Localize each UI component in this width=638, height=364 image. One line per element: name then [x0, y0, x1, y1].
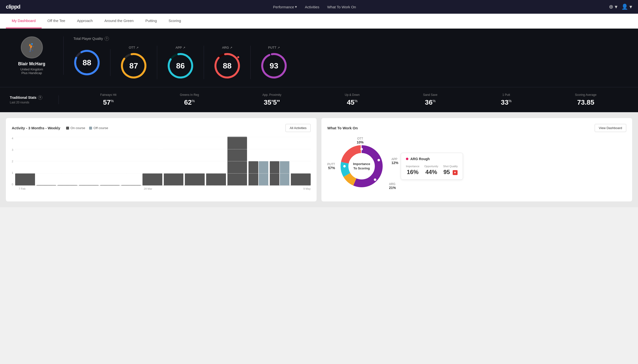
svg-point-14: [273, 53, 275, 55]
x-label-mar: 28 Mar: [144, 187, 164, 190]
ring-putt: 93: [261, 52, 287, 79]
opportunity-value: 44%: [424, 169, 438, 176]
score-putt: PUTT ↗ 93: [251, 46, 297, 79]
tab-my-dashboard[interactable]: My Dashboard: [6, 14, 42, 28]
legend-off-course: Off course: [89, 126, 108, 130]
stat-up-and-down: Up & Down 45%: [345, 93, 360, 106]
arg-donut-label: ARG 21%: [389, 182, 396, 190]
arg-score-value: 88: [223, 61, 232, 70]
stat-sand-save: Sand Save 36%: [423, 93, 438, 106]
legend-on-course: On course: [66, 126, 85, 130]
trad-stats-sublabel: Last 20 rounds: [10, 101, 49, 104]
bar-group-3: [58, 185, 77, 186]
bottom-panels: Activity - 3 Months - Weekly On course O…: [0, 112, 638, 207]
putt-score-value: 93: [270, 61, 278, 70]
svg-point-22: [377, 159, 380, 161]
bar-group-2: [37, 185, 56, 186]
bar-group-10: [206, 173, 226, 186]
tab-approach[interactable]: Approach: [71, 14, 98, 28]
svg-point-24: [343, 165, 346, 168]
nav-what-to-work-on[interactable]: What To Work On: [327, 5, 356, 9]
logo-text: clippd: [6, 4, 20, 10]
user-button[interactable]: 👤 ▾: [621, 4, 632, 10]
score-circles: 88 OTT ↗ 87: [73, 46, 628, 79]
score-ott: OTT ↗ 87: [110, 46, 157, 79]
y-label-1: 1: [12, 171, 13, 174]
bar-on-course: [291, 173, 311, 186]
ott-label: OTT ↗: [129, 46, 139, 50]
bar-on-course: [142, 173, 162, 186]
tab-scoring[interactable]: Scoring: [163, 14, 187, 28]
info-card-dot: [406, 158, 408, 160]
bar-group-9: [185, 173, 205, 186]
flag-icon: ▼: [453, 170, 458, 175]
activity-panel: Activity - 3 Months - Weekly On course O…: [6, 118, 317, 202]
nav-links: Performance ▾ Activities What To Work On: [273, 5, 356, 9]
x-label-may: 9 May: [290, 187, 311, 190]
what-to-work-panel: What To Work On View Dashboard PUTT 57% …: [321, 118, 632, 202]
importance-value: 16%: [406, 169, 419, 176]
info-card: ARG Rough Importance 16% Opportunity 44%…: [401, 153, 463, 180]
bar-on-course: [228, 137, 247, 186]
bar-group-8: [164, 173, 184, 186]
what-to-work-title: What To Work On: [327, 126, 358, 130]
putt-label: PUTT ↗: [268, 46, 280, 50]
trad-stats-help[interactable]: ?: [38, 95, 42, 100]
score-app: APP ↗ 86: [157, 46, 204, 79]
bar-on-course: [121, 185, 141, 186]
y-label-3: 3: [12, 148, 13, 151]
bar-group-12: [249, 161, 268, 186]
total-quality-label: Total Player Quality ?: [73, 36, 628, 41]
y-label-4: 4: [12, 137, 13, 140]
svg-point-23: [374, 178, 376, 181]
bar-on-course: [164, 173, 184, 186]
nav-performance[interactable]: Performance ▾: [273, 5, 297, 9]
bar-on-course: [79, 185, 99, 186]
tab-off-the-tee[interactable]: Off the Tee: [42, 14, 71, 28]
off-course-dot: [89, 127, 92, 130]
tab-around-the-green[interactable]: Around the Green: [99, 14, 140, 28]
stat-greens-in-reg: Greens In Reg 62%: [180, 93, 199, 106]
bar-on-course: [100, 185, 120, 186]
trad-stats-title: Traditional Stats ?: [10, 95, 49, 100]
ott-arrow-icon: ↗: [136, 46, 139, 50]
activity-chart: 4 3 2 1 0: [12, 137, 311, 191]
metric-importance: Importance 16%: [406, 165, 419, 176]
hero-section: 🏌️ Blair McHarg United Kingdom Plus Hand…: [0, 28, 638, 87]
activity-panel-title: Activity - 3 Months - Weekly: [12, 126, 60, 130]
metric-opportunity: Opportunity 44%: [424, 165, 438, 176]
bar-group-13: [270, 161, 290, 186]
y-label-2: 2: [12, 160, 13, 163]
bar-group-14: [291, 173, 311, 186]
app-arrow-icon: ↗: [183, 46, 185, 50]
player-name: Blair McHarg: [18, 61, 45, 66]
total-score-value: 88: [83, 58, 91, 67]
nav-right: ⊕ ▾ 👤 ▾: [609, 4, 632, 10]
svg-point-2: [86, 50, 88, 52]
bar-on-course: [185, 173, 205, 186]
add-button[interactable]: ⊕ ▾: [609, 4, 617, 10]
ring-app: 86: [167, 52, 194, 79]
svg-text:To Scoring: To Scoring: [353, 166, 370, 170]
logo[interactable]: clippd: [6, 4, 20, 10]
all-activities-button[interactable]: All Activities: [285, 124, 311, 132]
donut-svg: Importance To Scoring: [337, 142, 386, 191]
bar-off-course: [280, 161, 289, 186]
bar-group-1: [15, 173, 35, 186]
scores-section: Total Player Quality ? 88: [64, 36, 628, 79]
svg-point-8: [179, 53, 181, 55]
player-handicap: Plus Handicap: [22, 71, 42, 75]
view-dashboard-button[interactable]: View Dashboard: [595, 124, 626, 132]
ring-ott: 87: [120, 52, 147, 79]
bar-on-course: [58, 185, 77, 186]
stat-1-putt: 1 Putt 33%: [501, 93, 512, 106]
bar-on-course: [249, 161, 258, 186]
what-to-work-header: What To Work On View Dashboard: [327, 124, 626, 132]
player-info: 🏌️ Blair McHarg United Kingdom Plus Hand…: [10, 36, 64, 75]
bar-off-course: [259, 161, 268, 186]
total-quality-help[interactable]: ?: [105, 36, 109, 41]
activity-legend: On course Off course: [66, 126, 108, 130]
nav-activities[interactable]: Activities: [305, 5, 319, 9]
tab-putting[interactable]: Putting: [140, 14, 163, 28]
stat-app-proximity: App. Proximity 35'5": [263, 93, 281, 106]
